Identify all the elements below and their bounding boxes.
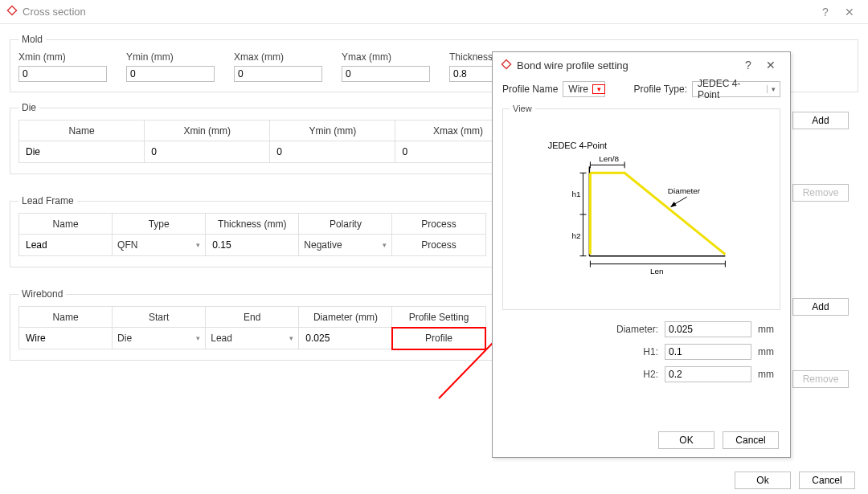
view-group: View JEDEC 4-Point Len/8 [502,104,780,310]
svg-text:Diameter: Diameter [668,186,701,195]
lf-col-polarity: Polarity [299,214,392,235]
wirebond-row[interactable]: Die▾ Lead▾ Profile [19,328,486,349]
die-ymin-input[interactable] [275,145,390,159]
mold-xmax-input[interactable] [234,66,322,82]
mold-xmin-label: Xmin (mm) [18,51,107,63]
app-icon [501,59,512,72]
chevron-down-icon: ▾ [193,334,200,342]
die-legend: Die [18,102,39,113]
mold-ymin-input[interactable] [126,66,215,82]
wb-end-select[interactable]: Lead▾ [211,333,293,344]
wire-profile-diagram: JEDEC 4-Point Len/8 [510,118,773,303]
chevron-down-icon: ▾ [379,241,387,249]
profile-name-value: Wire [563,84,593,95]
wb-start-select[interactable]: Die▾ [117,333,200,344]
param-h2-unit: mm [758,369,780,380]
bond-wire-profile-dialog: Bond wire profile setting ? ✕ Profile Na… [492,51,791,458]
profile-type-value: JEDEC 4-Point [693,78,767,100]
modal-title: Bond wire profile setting [517,59,737,71]
profile-name-select[interactable]: Wire ▾ [563,81,605,97]
profile-name-label: Profile Name [502,84,558,95]
param-h2-input[interactable] [665,366,751,382]
modal-help-button[interactable]: ? [737,59,760,71]
mold-xmax-label: Xmax (mm) [234,51,322,63]
app-icon [6,5,18,18]
profile-type-select[interactable]: JEDEC 4-Point ▾ [692,81,780,97]
main-footer: Ok Cancel [735,472,855,489]
param-diameter-label: Diameter: [605,324,658,335]
view-legend: View [510,104,535,113]
svg-marker-22 [670,202,677,207]
svg-text:h2: h2 [572,231,582,240]
wb-name-input[interactable] [24,331,107,345]
wb-col-end: End [206,307,299,328]
param-h2-label: H2: [605,369,658,380]
close-button[interactable]: ✕ [837,6,862,18]
param-h1-label: H1: [605,346,658,357]
lf-col-name: Name [19,214,113,235]
modal-close-button[interactable]: ✕ [760,59,782,71]
ok-button[interactable]: Ok [735,472,791,489]
leadframe-row[interactable]: QFN▾ Negative▾ Process [19,235,486,256]
lf-type-select[interactable]: QFN▾ [117,239,200,251]
lf-process-button[interactable]: Process [421,239,456,251]
leadframe-header-row: Name Type Thickness (mm) Polarity Proces… [19,214,486,235]
cancel-button[interactable]: Cancel [799,472,855,489]
wb-profile-button[interactable]: Profile [425,333,452,344]
param-diameter-input[interactable] [665,321,751,337]
modal-titlebar: Bond wire profile setting ? ✕ [493,52,790,78]
lf-polarity-value: Negative [304,239,342,251]
leadframe-legend: Lead Frame [18,195,77,206]
wb-col-name: Name [19,307,113,328]
die-col-name: Name [19,120,145,141]
wb-col-profile: Profile Setting [392,307,485,328]
die-add-button[interactable]: Add [792,112,849,129]
lf-col-type: Type [113,214,206,235]
svg-marker-2 [502,59,510,68]
svg-text:Len: Len [650,267,664,276]
wirebond-remove-button[interactable]: Remove [792,370,849,388]
wirebond-header-row: Name Start End Diameter (mm) Profile Set… [19,307,486,328]
window-title: Cross section [23,6,813,18]
lf-name-input[interactable] [24,238,107,252]
param-h1-input[interactable] [665,344,751,360]
lf-col-process: Process [392,214,485,235]
wirebond-table: Name Start End Diameter (mm) Profile Set… [18,306,486,349]
mold-ymax-input[interactable] [342,66,430,82]
wirebond-add-button[interactable]: Add [792,298,849,316]
die-col-xmin: Xmin (mm) [145,120,270,141]
die-xmin-input[interactable] [149,145,264,159]
lf-thickness-input[interactable] [211,238,293,252]
param-h1-unit: mm [758,346,780,357]
mold-xmin-input[interactable] [18,66,107,82]
die-name-input[interactable] [24,145,139,159]
main-titlebar: Cross section ? ✕ [0,0,868,24]
leadframe-table: Name Type Thickness (mm) Polarity Proces… [18,213,486,256]
wb-end-value: Lead [211,333,232,344]
param-diameter-unit: mm [758,324,780,335]
wb-diameter-input[interactable] [304,331,387,345]
lf-col-thickness: Thickness (mm) [206,214,299,235]
mold-legend: Mold [18,34,46,45]
lf-polarity-select[interactable]: Negative▾ [304,239,387,251]
modal-ok-button[interactable]: OK [658,431,714,449]
chevron-down-icon: ▾ [767,85,780,93]
wb-col-diameter: Diameter (mm) [299,307,392,328]
svg-line-21 [674,197,687,205]
wb-col-start: Start [113,307,206,328]
lf-type-value: QFN [117,239,137,251]
wirebond-legend: Wirebond [18,288,66,300]
die-col-ymin: Ymin (mm) [270,120,395,141]
help-button[interactable]: ? [813,6,837,18]
chevron-down-icon: ▾ [193,241,200,249]
diagram-title: JEDEC 4-Point [548,141,607,150]
profile-type-label: Profile Type: [634,84,687,95]
chevron-down-icon: ▾ [286,334,293,342]
wb-start-value: Die [117,333,132,344]
modal-cancel-button[interactable]: Cancel [723,431,779,449]
svg-text:Len/8: Len/8 [599,154,619,163]
mold-ymax-label: Ymax (mm) [342,51,430,63]
svg-text:h1: h1 [572,190,582,198]
svg-marker-0 [7,6,16,14]
chevron-down-icon: ▾ [592,84,605,94]
